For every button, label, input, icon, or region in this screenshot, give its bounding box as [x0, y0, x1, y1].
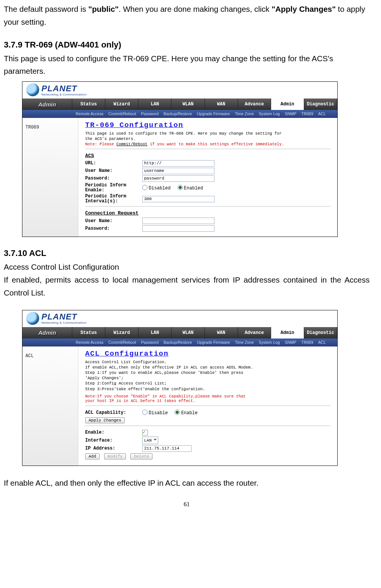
subnav-snmp[interactable]: SNMP: [285, 111, 296, 116]
nav-diagnostic[interactable]: Diagnostic: [304, 327, 337, 338]
enable-radio-label: Enable: [181, 410, 197, 416]
subnav-password[interactable]: Password: [141, 111, 159, 116]
top-nav: Admin Status Wizard LAN WLAN WAN Advance…: [22, 327, 337, 338]
enabled-radio-label: Enabled: [184, 186, 203, 191]
subnav-tr069[interactable]: TR069: [301, 111, 313, 116]
enabled-radio[interactable]: [178, 185, 183, 190]
password-label: Password:: [85, 176, 142, 181]
note-text: Note:If you choose "Enable" in ACL Capab…: [85, 394, 330, 403]
enable-radio[interactable]: [175, 410, 180, 415]
subnav-system-log[interactable]: System Log: [259, 340, 279, 345]
nav-admin[interactable]: Admin: [271, 99, 304, 110]
delete-button[interactable]: Delete: [130, 453, 152, 459]
acl-capability-label: ACL Capability:: [85, 410, 142, 415]
username-input[interactable]: [142, 168, 214, 174]
apply-changes-button[interactable]: Apply Changes: [85, 417, 125, 423]
nav-lan[interactable]: LAN: [138, 327, 171, 338]
connection-request-heading: Connection Request: [85, 210, 330, 216]
sidebar-tr069[interactable]: TR069: [22, 118, 78, 237]
cr-username-label: User Name:: [85, 218, 142, 224]
subnav-time-zone[interactable]: Time Zone: [235, 111, 254, 116]
sub-nav: Remote Access Commit/Reboot Password Bac…: [22, 110, 337, 118]
acl-screenshot: PLANET Networking & Communication Admin …: [22, 310, 338, 466]
disable-radio-label: Disable: [149, 410, 168, 416]
periodic-inform-interval-label: Periodic Inform Interval(s):: [85, 194, 142, 204]
ip-address-input[interactable]: [142, 445, 192, 452]
subnav-tr069[interactable]: TR069: [301, 340, 313, 345]
cr-username-input[interactable]: [142, 218, 214, 224]
nav-wlan[interactable]: WLAN: [171, 327, 205, 338]
page-description: Access Control List Configuration. If en…: [85, 359, 330, 392]
subnav-commit-reboot[interactable]: Commit/Reboot: [108, 111, 136, 116]
logo-row: PLANET Networking & Communication: [22, 82, 337, 99]
enable-label: Enable:: [85, 430, 142, 435]
nav-status[interactable]: Status: [72, 99, 105, 110]
section-3710-p3: If enable ACL, and then only the effecti…: [4, 477, 370, 489]
nav-wan[interactable]: WAN: [205, 327, 238, 338]
subnav-acl[interactable]: ACL: [318, 340, 326, 345]
brand-subtitle: Networking & Communication: [41, 93, 86, 96]
nav-wan[interactable]: WAN: [205, 99, 238, 110]
disabled-radio[interactable]: [142, 185, 148, 190]
subnav-backup-restore[interactable]: Backup/Restore: [164, 340, 192, 345]
subnav-backup-restore[interactable]: Backup/Restore: [164, 111, 192, 116]
page-description: This page is used to configure the TR-06…: [85, 131, 330, 141]
subnav-password[interactable]: Password: [141, 340, 159, 345]
top-nav: Admin Status Wizard LAN WLAN WAN Advance…: [22, 99, 337, 110]
nav-lan[interactable]: LAN: [138, 99, 171, 110]
add-button[interactable]: Add: [85, 453, 100, 459]
nav-wizard[interactable]: Wizard: [105, 99, 138, 110]
subnav-acl[interactable]: ACL: [318, 111, 326, 116]
subnav-upgrade-firmware[interactable]: Upgrade Firmware: [197, 340, 230, 345]
section-3710-p1: Access Control List Configuration: [4, 261, 370, 273]
username-label: User Name:: [85, 168, 142, 173]
periodic-inform-interval-input[interactable]: [142, 196, 214, 202]
section-379-heading: 3.7.9 TR-069 (ADW-4401 only): [4, 40, 370, 50]
nav-wizard[interactable]: Wizard: [105, 327, 138, 338]
sidebar-acl[interactable]: ACL: [22, 346, 78, 466]
nav-admin[interactable]: Admin: [271, 327, 304, 338]
divider: [85, 206, 330, 207]
tr069-screenshot: PLANET Networking & Communication Admin …: [22, 81, 338, 237]
divider: [85, 149, 330, 149]
globe-icon: [26, 312, 39, 325]
cr-password-input[interactable]: [142, 225, 214, 232]
acs-heading: ACS: [85, 153, 330, 159]
subnav-remote-access[interactable]: Remote Access: [76, 340, 103, 345]
globe-icon: [26, 83, 39, 96]
enable-checkbox[interactable]: [142, 430, 148, 435]
nav-wlan[interactable]: WLAN: [171, 99, 205, 110]
brand-name: PLANET: [41, 312, 86, 322]
nav-advance[interactable]: Advance: [238, 99, 271, 110]
subnav-system-log[interactable]: System Log: [259, 111, 279, 116]
url-input[interactable]: [142, 160, 214, 167]
subnav-time-zone[interactable]: Time Zone: [235, 340, 254, 345]
section-379-paragraph: This page is used to configure the TR-06…: [4, 52, 370, 78]
nav-section-label: Admin: [22, 99, 72, 110]
ip-address-label: IP Address:: [85, 446, 142, 451]
section-3710-heading: 3.7.10 ACL: [4, 248, 370, 258]
subnav-commit-reboot[interactable]: Commit/Reboot: [108, 340, 136, 345]
interface-select[interactable]: LAN: [142, 437, 158, 444]
divider: [85, 426, 330, 426]
subnav-remote-access[interactable]: Remote Access: [76, 111, 103, 116]
interface-label: Interface:: [85, 438, 142, 443]
url-label: URL:: [85, 161, 142, 166]
brand-subtitle: Networking & Communication: [41, 321, 86, 324]
page-title: TR-069 Configuration: [85, 121, 330, 129]
cr-password-label: Password:: [85, 226, 142, 231]
nav-advance[interactable]: Advance: [238, 327, 271, 338]
disable-radio[interactable]: [142, 410, 148, 415]
subnav-snmp[interactable]: SNMP: [285, 340, 296, 345]
commit-reboot-link[interactable]: Commit/Reboot: [116, 142, 148, 146]
modify-button[interactable]: modify: [104, 453, 126, 459]
nav-status[interactable]: Status: [72, 327, 105, 338]
page-title: ACL Configuration: [85, 350, 330, 358]
logo-row: PLANET Networking & Communication: [22, 310, 337, 327]
disabled-radio-label: Disabled: [149, 186, 171, 191]
intro-paragraph: The default password is "public". When y…: [4, 3, 370, 29]
password-literal: "public": [88, 5, 119, 13]
password-input[interactable]: [142, 175, 214, 182]
subnav-upgrade-firmware[interactable]: Upgrade Firmware: [197, 111, 230, 116]
nav-diagnostic[interactable]: Diagnostic: [304, 99, 337, 110]
